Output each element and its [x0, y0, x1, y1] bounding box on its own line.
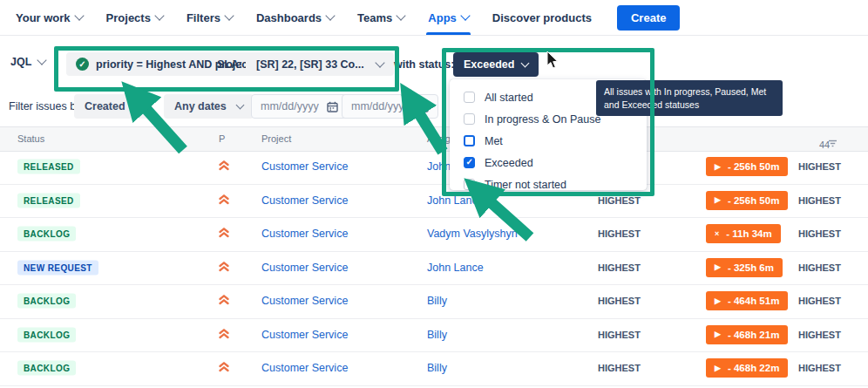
nav-apps[interactable]: Apps [428, 0, 469, 35]
sla-priority-value: HIGHEST [798, 161, 841, 172]
status-badge: BACKLOG [17, 361, 76, 376]
timer-value: - 468h 22m [728, 363, 779, 373]
status-filter-button[interactable]: Exceeded [453, 52, 539, 77]
sla-timer-badge[interactable]: ▶- 256h 50m [706, 191, 788, 210]
nav-teams[interactable]: Teams [357, 0, 404, 35]
option-label: Exceeded [485, 157, 533, 169]
top-navigation: Your work Projects Filters Dashboards Te… [0, 0, 868, 36]
chevron-down-icon [235, 100, 244, 109]
option-timer-not-started[interactable]: Timer not started [450, 174, 647, 195]
sla-priority-value: HIGHEST [598, 262, 641, 273]
date-from-placeholder: mm/dd/yyyy [261, 100, 319, 112]
chevron-down-icon [134, 100, 143, 109]
status-badge: BACKLOG [17, 327, 76, 342]
assignee-link[interactable]: Billy [427, 295, 447, 307]
sla-timer-badge[interactable]: ▶- 256h 50m [706, 157, 788, 176]
assignee-link[interactable]: John Lance [427, 262, 484, 274]
date-to-placeholder: mm/dd/yyyy [351, 100, 410, 112]
status-badge: RELEASED [17, 193, 80, 208]
chevron-down-icon [224, 10, 234, 20]
nav-label: Apps [428, 11, 457, 24]
sla-priority-value: HIGHEST [798, 330, 841, 340]
with-status-label: with status: [394, 58, 454, 71]
checkbox-unchecked-icon[interactable] [464, 135, 475, 146]
timer-value: - 256h 50m [728, 161, 779, 172]
nav-filters[interactable]: Filters [186, 0, 233, 35]
play-icon: ▶ [715, 163, 721, 171]
assignee-link[interactable]: Vadym Vasylyshyn [427, 228, 518, 240]
date-range-select[interactable]: Any dates [164, 94, 254, 119]
assignee-link[interactable]: Billy [427, 329, 447, 341]
sla-timer-badge[interactable]: ×- 11h 34m [706, 224, 781, 243]
sla-priority-value: HIGHEST [798, 228, 841, 239]
priority-highest-icon [218, 159, 230, 174]
sla-priority-value: HIGHEST [598, 330, 641, 340]
nav-discover-products[interactable]: Discover products [492, 0, 592, 35]
sla-timer-badge[interactable]: ▶- 468h 21m [706, 325, 788, 344]
nav-label: Filters [186, 11, 220, 24]
assignee-link[interactable]: Billy [427, 362, 447, 374]
project-link[interactable]: Customer Service [261, 362, 348, 374]
priority-highest-icon [218, 260, 230, 276]
play-icon: ▶ [715, 263, 721, 271]
project-link[interactable]: Customer Service [261, 329, 348, 341]
jql-mode-button[interactable]: JQL [10, 56, 45, 68]
chevron-down-icon [375, 58, 384, 67]
mouse-cursor [546, 51, 559, 70]
date-from-input[interactable]: mm/dd/yyyy [251, 94, 348, 119]
timer-value: - 325h 6m [728, 262, 774, 273]
sla-timer-badge[interactable]: ▶- 325h 6m [706, 258, 783, 277]
nav-your-work[interactable]: Your work [16, 0, 83, 35]
sla-priority-value: HIGHEST [598, 228, 641, 239]
nav-label: Teams [357, 11, 392, 24]
calendar-icon [327, 101, 338, 112]
timer-value: - 11h 34m [726, 228, 771, 239]
checkbox-unchecked-icon[interactable] [464, 179, 475, 190]
filter-field-select[interactable]: Created [74, 94, 153, 119]
chevron-down-icon [521, 58, 530, 67]
col-priority: P [219, 133, 225, 144]
status-filter-value: Exceeded [464, 58, 514, 71]
table-row: NEW REQUEST Customer Service John Lance … [0, 251, 868, 286]
play-icon: ▶ [715, 364, 721, 372]
table-row: BACKLOG Customer Service Billy HIGHEST ▶… [0, 318, 868, 353]
create-button[interactable]: Create [617, 5, 680, 31]
valid-check-icon: ✓ [76, 58, 89, 71]
app-window: Your work Projects Filters Dashboards Te… [0, 0, 868, 388]
status-badge: RELEASED [17, 160, 80, 174]
project-link[interactable]: Customer Service [261, 295, 348, 307]
project-link[interactable]: Customer Service [261, 194, 348, 207]
date-to-input[interactable]: mm/dd/yyyy [342, 94, 438, 119]
timer-value: - 464h 51m [728, 296, 779, 306]
sla-select-value: [SR] 22, [SR] 33 Co... [256, 58, 364, 71]
sla-timer-badge[interactable]: ▶- 464h 51m [706, 291, 788, 310]
column-filter-icon[interactable] [828, 140, 837, 147]
col-project: Project [261, 133, 291, 144]
option-label: All started [485, 92, 533, 104]
project-link[interactable]: Customer Service [261, 160, 348, 173]
nav-projects[interactable]: Projects [106, 0, 163, 35]
option-met[interactable]: Met [450, 130, 647, 152]
sla-timer-badge[interactable]: ▶- 468h 22m [706, 358, 788, 378]
table-row: RELEASED Customer Service John Lance HIG… [0, 150, 868, 185]
checkbox-unchecked-icon[interactable] [464, 92, 475, 103]
sla-label: SLA: [217, 58, 242, 71]
assignee-link[interactable]: John Lance [427, 194, 484, 207]
project-link[interactable]: Customer Service [261, 228, 348, 240]
col-status: Status [17, 133, 44, 144]
priority-highest-icon [218, 327, 230, 343]
project-link[interactable]: Customer Service [261, 262, 348, 274]
filter-issues-by-label: Filter issues by: [9, 100, 85, 112]
filter-field-value: Created [85, 100, 125, 112]
date-range-value: Any dates [174, 100, 227, 112]
sla-select[interactable]: [SR] 22, [SR] 33 Co... [246, 52, 394, 76]
chevron-down-icon [37, 55, 47, 65]
option-exceeded[interactable]: Exceeded [450, 152, 647, 174]
checkbox-checked-icon[interactable] [464, 157, 475, 168]
nav-dashboards[interactable]: Dashboards [256, 0, 334, 35]
table-row: RELEASED Customer Service John Lance HIG… [0, 184, 868, 219]
nav-label: Discover products [492, 11, 592, 24]
checkbox-unchecked-icon[interactable] [464, 113, 475, 125]
status-badge: BACKLOG [17, 227, 76, 242]
priority-highest-icon [218, 293, 230, 309]
